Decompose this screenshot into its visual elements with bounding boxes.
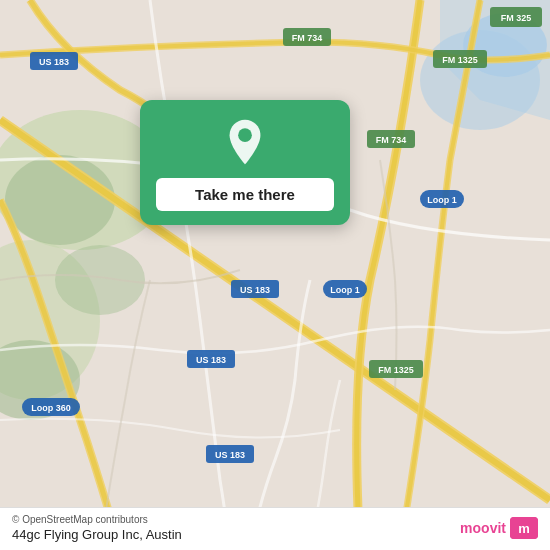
location-pin-icon [221,118,269,166]
moovit-icon: m [510,517,538,539]
svg-text:Loop 1: Loop 1 [427,195,457,205]
svg-point-35 [238,128,252,142]
svg-text:FM 734: FM 734 [292,33,323,43]
bottom-bar: © OpenStreetMap contributors 44gc Flying… [0,507,550,550]
svg-text:FM 1325: FM 1325 [378,365,414,375]
location-label: 44gc Flying Group Inc, Austin [12,527,182,542]
svg-text:Loop 1: Loop 1 [330,285,360,295]
attribution: © OpenStreetMap contributors [12,514,182,525]
svg-text:US 183: US 183 [215,450,245,460]
svg-text:US 183: US 183 [196,355,226,365]
map-container: FM 325 FM 734 US 183 FM 1325 FM 734 Loop… [0,0,550,550]
svg-text:FM 325: FM 325 [501,13,532,23]
svg-point-7 [55,245,145,315]
svg-text:m: m [518,521,530,536]
moovit-text: moovit [460,520,506,536]
svg-text:US 183: US 183 [240,285,270,295]
popup-card: Take me there [140,100,350,225]
moovit-logo[interactable]: moovit m [460,517,538,539]
svg-text:FM 1325: FM 1325 [442,55,478,65]
bottom-left: © OpenStreetMap contributors 44gc Flying… [12,514,182,542]
svg-point-6 [5,155,115,245]
svg-text:US 183: US 183 [39,57,69,67]
svg-text:FM 734: FM 734 [376,135,407,145]
svg-text:Loop 360: Loop 360 [31,403,71,413]
take-me-there-button[interactable]: Take me there [156,178,334,211]
